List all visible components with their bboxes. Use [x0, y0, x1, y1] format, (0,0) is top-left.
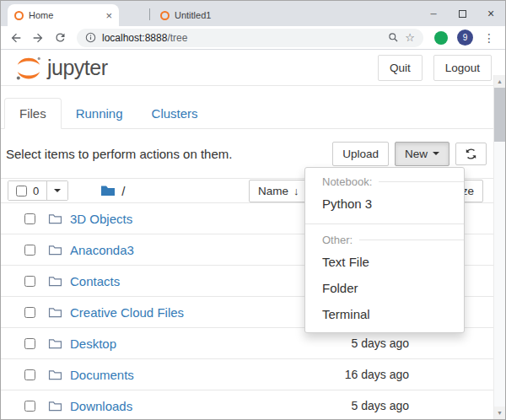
row-checkbox[interactable]	[24, 369, 35, 380]
bookmark-star-icon[interactable]: ☆	[405, 31, 415, 44]
row-checkbox[interactable]	[24, 307, 35, 318]
sort-label: Name	[258, 185, 288, 197]
row-checkbox[interactable]	[24, 401, 35, 412]
folder-icon	[48, 276, 62, 287]
row-checkbox[interactable]	[24, 276, 35, 287]
reload-button[interactable]	[50, 28, 70, 48]
selected-count: 0	[33, 185, 39, 197]
menu-item-python3[interactable]: Python 3	[305, 191, 464, 217]
row-checkbox[interactable]	[24, 245, 35, 256]
menu-item-folder[interactable]: Folder	[305, 275, 464, 301]
tab-close-icon[interactable]: ×	[105, 10, 112, 21]
maximize-icon	[459, 10, 466, 18]
menu-divider	[305, 223, 464, 224]
minimize-icon: ─	[430, 9, 436, 19]
file-name-link[interactable]: 3D Objects	[70, 212, 132, 226]
last-modified: 5 days ago	[352, 399, 410, 412]
select-all-checkbox[interactable]	[16, 186, 27, 197]
tab-running[interactable]: Running	[62, 99, 137, 128]
zoom-icon[interactable]	[388, 32, 399, 43]
menu-header-rule	[379, 181, 464, 182]
extension-icon[interactable]	[434, 31, 448, 45]
arrow-right-icon	[31, 31, 45, 45]
last-modified: 5 days ago	[352, 337, 410, 350]
window-controls: ─ ×	[419, 1, 505, 26]
file-row: Documents 16 days ago	[1, 359, 493, 390]
refresh-list-button[interactable]	[455, 143, 487, 165]
forward-button[interactable]	[28, 28, 48, 48]
file-name-link[interactable]: Anaconda3	[70, 243, 134, 257]
folder-icon	[48, 338, 62, 349]
url-path: /tree	[167, 32, 187, 44]
caret-down-icon	[433, 152, 439, 155]
tab-files[interactable]: Files	[4, 98, 62, 129]
file-name-link[interactable]: Creative Cloud Files	[70, 305, 184, 320]
arrow-left-icon	[9, 31, 23, 45]
breadcrumb-root-link[interactable]: /	[121, 184, 125, 198]
browser-menu-icon[interactable]: ⋮	[483, 31, 495, 45]
close-icon: ×	[487, 7, 494, 20]
upload-button[interactable]: Upload	[332, 142, 389, 166]
browser-window: Home × Untitled1 ─ × localhost:8888/tree	[0, 0, 506, 420]
reload-icon	[54, 31, 67, 44]
select-all-control[interactable]: 0	[8, 181, 47, 200]
page-scrollbar: ▲ ▼	[493, 75, 505, 419]
window-maximize-button[interactable]	[448, 1, 476, 26]
profile-badge: 9	[463, 33, 468, 42]
scroll-down-button[interactable]: ▼	[494, 407, 505, 419]
file-name-link[interactable]: Downloads	[70, 399, 132, 413]
jupyter-favicon-icon	[160, 11, 170, 20]
menu-header-other: Other:	[305, 231, 464, 249]
scrollbar-thumb[interactable]	[494, 88, 505, 142]
url-text: localhost:8888/tree	[102, 32, 187, 44]
browser-tab-untitled1[interactable]: Untitled1	[153, 4, 256, 26]
window-close-button[interactable]: ×	[476, 1, 505, 26]
file-name-link[interactable]: Documents	[70, 368, 134, 382]
tab-title: Untitled1	[175, 10, 250, 20]
tab-title: Home	[29, 10, 100, 20]
refresh-icon	[466, 148, 476, 159]
jupyter-header: jupyter Quit Logout	[1, 51, 505, 86]
jupyter-favicon-icon	[14, 11, 24, 20]
header-buttons: Quit Logout	[378, 55, 492, 81]
browser-tab-home[interactable]: Home ×	[8, 4, 119, 26]
file-name-link[interactable]: Contacts	[70, 274, 120, 288]
quit-button[interactable]: Quit	[378, 55, 423, 81]
select-all-group: 0	[8, 180, 68, 201]
browser-toolbar: localhost:8888/tree ☆ 9 ⋮	[1, 26, 505, 50]
jupyter-logo-icon	[14, 56, 43, 81]
sort-descending-icon: ↓	[293, 185, 299, 197]
jupyter-logo[interactable]: jupyter	[14, 56, 108, 81]
window-minimize-button[interactable]: ─	[419, 1, 448, 26]
action-bar: Select items to perform actions on them.…	[1, 138, 493, 169]
info-icon	[85, 32, 96, 43]
address-bar[interactable]: localhost:8888/tree ☆	[77, 29, 423, 47]
browser-tabstrip: Home × Untitled1 ─ ×	[1, 1, 505, 26]
caret-down-icon	[54, 189, 61, 192]
new-dropdown-button[interactable]: New	[395, 142, 449, 166]
menu-item-text-file[interactable]: Text File	[305, 249, 464, 275]
breadcrumb-folder-icon[interactable]	[100, 185, 116, 197]
action-buttons: Upload New	[332, 142, 487, 166]
row-checkbox[interactable]	[24, 338, 35, 349]
row-checkbox[interactable]	[24, 213, 35, 224]
jupyter-tabs: Files Running Clusters	[1, 97, 493, 129]
new-label: New	[405, 148, 428, 160]
tab-divider	[149, 8, 150, 20]
back-button[interactable]	[6, 28, 26, 48]
menu-header-rule	[359, 240, 464, 240]
menu-header-label: Other:	[322, 234, 353, 246]
file-name-link[interactable]: Desktop	[70, 337, 116, 351]
menu-item-terminal[interactable]: Terminal	[305, 301, 464, 327]
logout-button[interactable]: Logout	[433, 55, 492, 81]
new-dropdown-menu: Notebook: Python 3 Other: Text File Fold…	[304, 167, 465, 333]
select-filter-dropdown-button[interactable]	[47, 181, 67, 200]
menu-header-notebook: Notebook:	[305, 173, 464, 191]
select-hint-text: Select items to perform actions on them.	[6, 147, 232, 161]
folder-icon	[48, 307, 62, 318]
sort-by-name-button[interactable]: Name ↓	[249, 180, 309, 202]
profile-avatar[interactable]: 9	[457, 30, 473, 46]
tab-clusters[interactable]: Clusters	[137, 99, 213, 128]
scroll-up-button[interactable]: ▲	[494, 75, 505, 88]
file-row: Downloads 5 days ago	[1, 390, 493, 420]
